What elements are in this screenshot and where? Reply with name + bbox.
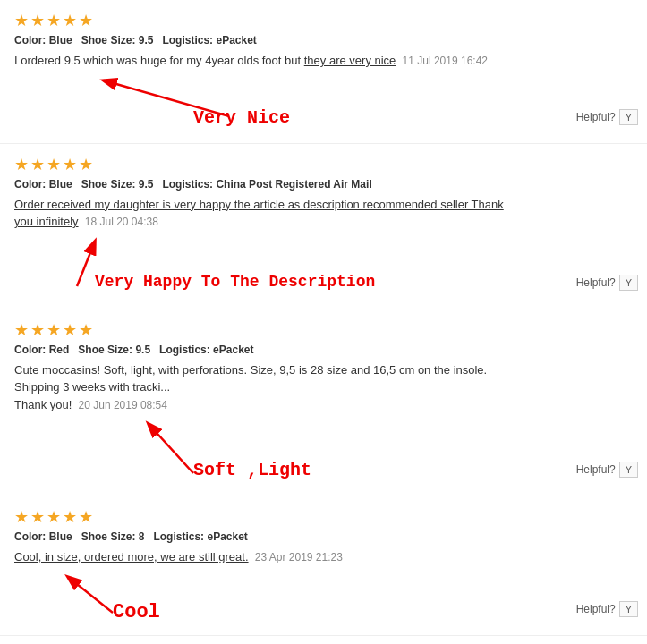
- review-block-4: ★★★★★ Color: Blue Shoe Size: 8 Logistics…: [0, 496, 647, 636]
- size-value-4: 8: [139, 530, 145, 543]
- svg-line-3: [77, 242, 95, 286]
- size-label-2: Shoe Size:: [81, 178, 136, 191]
- star-rating-3: ★★★★★: [14, 320, 633, 340]
- star-rating-4: ★★★★★: [14, 507, 633, 527]
- helpful-yes-4[interactable]: Y: [619, 601, 638, 617]
- logistics-label-3: Logistics:: [159, 343, 210, 356]
- size-value-3: 9.5: [135, 343, 150, 356]
- size-label-3: Shoe Size:: [78, 343, 132, 356]
- annotation-label-4: Cool: [113, 601, 160, 623]
- size-value-1: 9.5: [139, 34, 154, 47]
- star-rating-1: ★★★★★: [14, 11, 633, 30]
- color-label-2: Color:: [14, 178, 46, 191]
- size-label-1: Shoe Size:: [81, 34, 136, 47]
- annotation-area-1: Very Nice: [14, 72, 633, 134]
- color-label-1: Color:: [14, 34, 46, 47]
- color-value-3: Red: [49, 343, 70, 356]
- review-date-2: 18 Jul 20 04:38: [85, 216, 158, 228]
- svg-line-5: [149, 424, 193, 473]
- svg-line-7: [68, 577, 113, 613]
- size-label-4: Shoe Size:: [81, 530, 136, 543]
- logistics-value-1: ePacket: [216, 34, 256, 47]
- helpful-area-3: Helpful? Y: [576, 462, 638, 478]
- review-block-1: ★★★★★ Color: Blue Shoe Size: 9.5 Logisti…: [0, 0, 647, 144]
- helpful-yes-3[interactable]: Y: [619, 462, 638, 478]
- review-meta-4: Color: Blue Shoe Size: 8 Logistics: ePac…: [14, 530, 633, 543]
- helpful-area-2: Helpful? Y: [576, 275, 638, 291]
- color-value-4: Blue: [49, 530, 72, 543]
- helpful-label-4: Helpful?: [576, 603, 616, 615]
- review-text-1: I ordered 9.5 which was huge for my 4yea…: [14, 52, 515, 70]
- review-text-2: Order received my daughter is very happy…: [14, 196, 515, 231]
- logistics-label-1: Logistics:: [162, 34, 213, 47]
- helpful-area-1: Helpful? Y: [576, 109, 638, 125]
- review-text-3: Cute moccasins! Soft, light, with perfor…: [14, 361, 515, 414]
- size-value-2: 9.5: [139, 178, 154, 191]
- logistics-value-4: ePacket: [207, 530, 247, 543]
- review-text-4: Cool, in size, ordered more, we are stil…: [14, 548, 515, 566]
- helpful-area-4: Helpful? Y: [576, 601, 638, 617]
- color-label-3: Color:: [14, 343, 46, 356]
- review-block-2: ★★★★★ Color: Blue Shoe Size: 9.5 Logisti…: [0, 144, 647, 309]
- logistics-value-3: ePacket: [213, 343, 253, 356]
- underlined-text-1: they are very nice: [304, 54, 396, 67]
- review-meta-1: Color: Blue Shoe Size: 9.5 Logistics: eP…: [14, 34, 633, 47]
- color-label-4: Color:: [14, 530, 46, 543]
- review-meta-2: Color: Blue Shoe Size: 9.5 Logistics: Ch…: [14, 178, 633, 191]
- annotation-label-1: Very Nice: [193, 107, 290, 128]
- logistics-label-4: Logistics:: [153, 530, 204, 543]
- helpful-yes-1[interactable]: Y: [619, 109, 638, 125]
- review-date-1: 11 Jul 2019 16:42: [403, 55, 488, 67]
- annotation-area-3: Soft ,Light: [14, 415, 633, 487]
- underlined-text-4: Cool, in size, ordered more, we are stil…: [14, 550, 249, 564]
- logistics-value-2: China Post Registered Air Mail: [216, 178, 371, 191]
- logistics-label-2: Logistics:: [162, 178, 213, 191]
- review-block-5: ★★★★★ Color: Red Shoe Size: 8.5 Logistic…: [0, 636, 647, 645]
- helpful-label-1: Helpful?: [576, 111, 616, 123]
- review-date-3: 20 Jun 2019 08:54: [79, 399, 167, 411]
- annotation-area-4: Cool: [14, 568, 633, 626]
- helpful-yes-2[interactable]: Y: [619, 275, 638, 291]
- annotation-area-2: Very Happy To The Description: [14, 233, 633, 300]
- review-block-3: ★★★★★ Color: Red Shoe Size: 9.5 Logistic…: [0, 309, 647, 497]
- annotation-label-2: Very Happy To The Description: [95, 273, 375, 291]
- color-value-2: Blue: [49, 178, 72, 191]
- color-value-1: Blue: [49, 34, 72, 47]
- annotation-label-3: Soft ,Light: [193, 460, 311, 480]
- star-rating-2: ★★★★★: [14, 155, 633, 174]
- review-meta-3: Color: Red Shoe Size: 9.5 Logistics: ePa…: [14, 343, 633, 356]
- helpful-label-3: Helpful?: [576, 463, 616, 476]
- helpful-label-2: Helpful?: [576, 276, 616, 289]
- review-date-4: 23 Apr 2019 21:23: [255, 551, 343, 564]
